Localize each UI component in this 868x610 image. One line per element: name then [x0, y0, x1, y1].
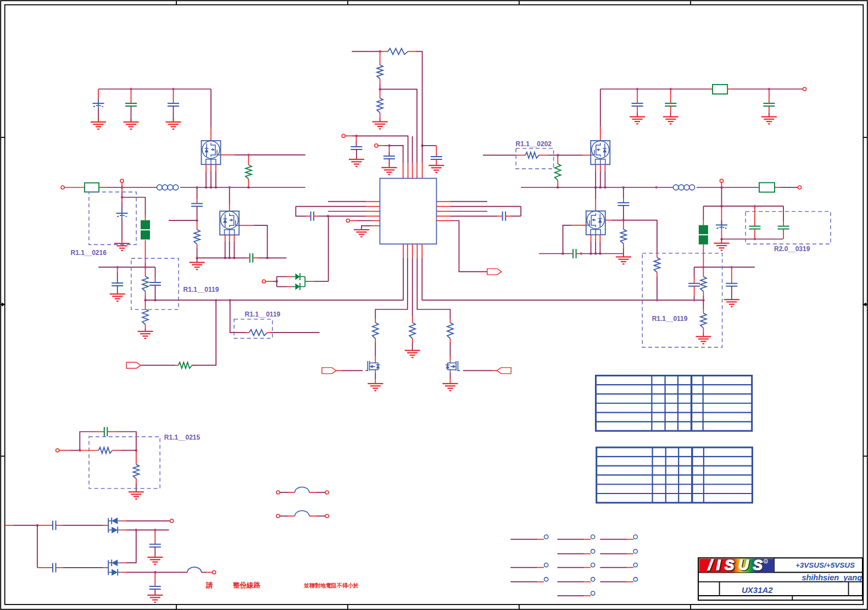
- svg-text:整份線路: 整份線路: [232, 581, 261, 589]
- svg-text:shihhsien_yang: shihhsien_yang: [802, 573, 862, 582]
- svg-text:UX31A2: UX31A2: [742, 585, 773, 595]
- svg-text:R2.0__0319: R2.0__0319: [774, 245, 810, 253]
- svg-text:請: 請: [205, 581, 213, 589]
- svg-text:R1.1__0202: R1.1__0202: [516, 140, 552, 148]
- svg-text:R: R: [765, 560, 767, 563]
- svg-text:R1.1__0216: R1.1__0216: [71, 249, 107, 257]
- svg-text:R1.1__0215: R1.1__0215: [164, 434, 201, 441]
- svg-text:+3VSUS/+5VSUS: +3VSUS/+5VSUS: [795, 561, 855, 569]
- svg-text:並聯對地電阻不得小於: 並聯對地電阻不得小於: [303, 583, 359, 589]
- svg-text:R1.1__0119: R1.1__0119: [245, 310, 281, 318]
- svg-text:R1.1__0119: R1.1__0119: [652, 315, 688, 323]
- svg-text:R1.1__0119: R1.1__0119: [183, 286, 219, 293]
